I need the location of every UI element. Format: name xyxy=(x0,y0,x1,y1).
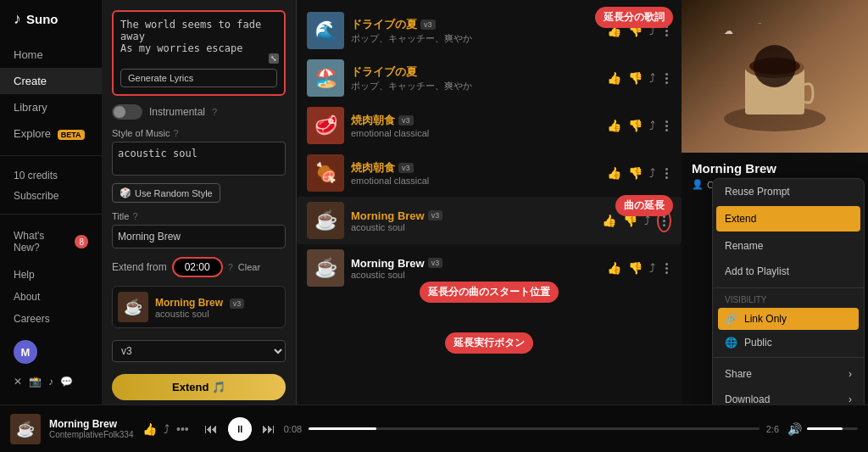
create-panel: The world seems to fade away As my worri… xyxy=(102,0,297,405)
generate-lyrics-button[interactable]: Generate Lyrics xyxy=(120,69,277,87)
song-item-6[interactable]: ☕ Morning Brew v3 acoustic soul 👍 👎 ⤴ xyxy=(297,244,682,292)
share-icon-3[interactable]: ⤴ xyxy=(649,119,655,132)
instrumental-row: Instrumental ? xyxy=(112,104,286,120)
share-icon-4[interactable]: ⤴ xyxy=(649,166,655,180)
instrumental-toggle[interactable] xyxy=(112,104,142,120)
style-info-icon: ? xyxy=(173,128,178,138)
reuse-prompt-item[interactable]: Reuse Prompt xyxy=(713,179,864,204)
style-input[interactable]: acoustic soul xyxy=(112,142,286,176)
song-reference[interactable]: ☕ Morning Brew v3 acoustic soul xyxy=(112,286,286,328)
right-panel: ☁ ~ Morning Brew 👤 ContemplativeFolk334 … xyxy=(682,0,868,405)
extend-time-input[interactable] xyxy=(172,257,223,277)
volume-icon[interactable]: 🔊 xyxy=(787,422,802,436)
share-icon-2[interactable]: ⤴ xyxy=(649,71,655,85)
next-track-icon[interactable]: ⏭ xyxy=(262,421,275,437)
tiktok-icon[interactable]: ♪ xyxy=(48,376,53,388)
menu-divider-1 xyxy=(713,287,864,288)
prev-track-icon[interactable]: ⏮ xyxy=(204,421,218,437)
dislike-icon-4[interactable]: 👎 xyxy=(628,166,643,180)
song-ref-info: Morning Brew v3 acoustic soul xyxy=(155,296,244,319)
song-title-6: Morning Brew xyxy=(351,257,425,270)
sidebar-item-home[interactable]: Home xyxy=(0,42,102,68)
song-title-5: Morning Brew xyxy=(351,209,425,222)
dislike-icon-6[interactable]: 👎 xyxy=(628,261,643,275)
sidebar-item-create[interactable]: Create xyxy=(0,68,102,94)
title-input[interactable] xyxy=(112,225,286,248)
song-ref-style: acoustic soul xyxy=(155,309,244,319)
public-item[interactable]: 🌐 Public xyxy=(713,332,864,354)
more-icon-3[interactable] xyxy=(662,117,671,135)
like-icon-3[interactable]: 👍 xyxy=(607,119,621,132)
like-icon-5[interactable]: 👍 xyxy=(602,214,616,227)
sidebar-item-library[interactable]: Library xyxy=(0,94,102,120)
dislike-icon-3[interactable]: 👎 xyxy=(628,119,643,132)
help-link[interactable]: Help xyxy=(0,264,102,286)
bottom-like-icon[interactable]: 👍 xyxy=(142,422,157,436)
play-pause-button[interactable]: ⏸ xyxy=(228,417,252,441)
volume-bar[interactable] xyxy=(807,427,858,430)
twitter-icon[interactable]: ✕ xyxy=(14,376,22,388)
song-item-3[interactable]: 🥩 焼肉朝食 v3 emotional classical 👍 👎 ⤴ xyxy=(297,102,682,149)
more-icon-6[interactable] xyxy=(662,259,671,277)
bottom-share-icon[interactable]: ⤴ xyxy=(164,422,170,436)
volume-fill xyxy=(807,427,843,430)
download-item[interactable]: Download › xyxy=(713,387,864,405)
song-title-3: 焼肉朝食 xyxy=(351,113,395,128)
whats-new-item[interactable]: What's New? 8 xyxy=(0,223,102,260)
song-item-2[interactable]: 🏖️ ドライブの夏 ポップ、キャッチー、爽やか 👍 👎 ⤴ xyxy=(297,54,682,102)
app-logo: ♪ Suno xyxy=(0,10,102,42)
version-select[interactable]: v3 xyxy=(112,340,286,362)
song-item-1[interactable]: 🌊 ドライブの夏 v3 ポップ、キャッチー、爽やか 👍 👎 ⤴ xyxy=(297,7,682,54)
subscribe-link[interactable]: Subscribe xyxy=(0,187,102,205)
add-to-playlist-item[interactable]: Add to Playlist xyxy=(713,259,864,284)
random-style-button[interactable]: 🎲 Use Random Style xyxy=(112,183,220,203)
careers-link[interactable]: Careers xyxy=(0,308,102,330)
dislike-icon-5[interactable]: 👎 xyxy=(623,214,637,227)
lyrics-textarea[interactable]: The world seems to fade away As my worri… xyxy=(120,19,277,61)
song-item-4[interactable]: 🍖 焼肉朝食 v3 emotional classical 👍 👎 ⤴ xyxy=(297,149,682,197)
like-icon-2[interactable]: 👍 xyxy=(607,71,621,85)
user-avatar[interactable]: M xyxy=(14,340,37,364)
like-icon-1[interactable]: 👍 xyxy=(607,24,621,37)
discord-icon[interactable]: 💬 xyxy=(60,376,73,388)
song-title-2: ドライブの夏 xyxy=(351,64,417,80)
share-icon-6[interactable]: ⤴ xyxy=(649,261,655,275)
title-label: Title ? xyxy=(112,211,286,221)
progress-bar[interactable] xyxy=(309,427,760,430)
song-item-5[interactable]: ☕ Morning Brew v3 acoustic soul 👍 👎 ⤴ xyxy=(297,197,682,244)
instrumental-info-icon: ? xyxy=(212,107,217,117)
dislike-icon-1[interactable]: 👎 xyxy=(628,24,643,37)
resize-handle[interactable]: ⤡ xyxy=(269,53,279,64)
song-info-4: 焼肉朝食 v3 emotional classical xyxy=(351,160,600,186)
share-icon-1[interactable]: ⤴ xyxy=(649,24,655,37)
rename-item[interactable]: Rename xyxy=(713,233,864,259)
logo-icon: ♪ xyxy=(14,10,21,28)
bottom-song-info: Morning Brew ContemplativeFolk334 xyxy=(49,418,134,439)
extend-button[interactable]: Extend 🎵 xyxy=(112,374,286,400)
bottom-more-icon[interactable]: ••• xyxy=(176,422,189,436)
bottom-song-author: ContemplativeFolk334 xyxy=(49,430,134,439)
link-only-item[interactable]: 🔗 Link Only xyxy=(718,308,859,330)
bottom-thumbnail: ☕ xyxy=(10,414,41,444)
about-link[interactable]: About xyxy=(0,286,102,308)
extend-btn-annotation: 延長実行ボタン xyxy=(445,332,533,354)
more-icon-2[interactable] xyxy=(662,70,671,87)
sidebar-item-explore[interactable]: Explore BETA xyxy=(0,120,102,147)
song-info-5: Morning Brew v3 acoustic soul xyxy=(351,209,595,232)
more-icon-4[interactable] xyxy=(662,165,671,182)
more-icon-5[interactable] xyxy=(657,209,671,232)
lyrics-box: The world seems to fade away As my worri… xyxy=(112,10,286,96)
song-actions-2: 👍 👎 ⤴ xyxy=(607,70,671,87)
share-icon-5[interactable]: ⤴ xyxy=(644,214,650,227)
clear-button[interactable]: Clear xyxy=(238,262,260,272)
dislike-icon-2[interactable]: 👎 xyxy=(628,71,643,85)
like-icon-4[interactable]: 👍 xyxy=(607,166,621,180)
menu-divider-2 xyxy=(713,357,864,358)
song-ref-badge: v3 xyxy=(230,299,245,309)
more-icon-1[interactable] xyxy=(662,22,671,40)
like-icon-6[interactable]: 👍 xyxy=(607,261,621,275)
bottom-song-title: Morning Brew xyxy=(49,418,134,430)
extend-item[interactable]: Extend xyxy=(716,206,860,232)
share-item[interactable]: Share › xyxy=(713,361,864,387)
instagram-icon[interactable]: 📸 xyxy=(29,376,42,388)
